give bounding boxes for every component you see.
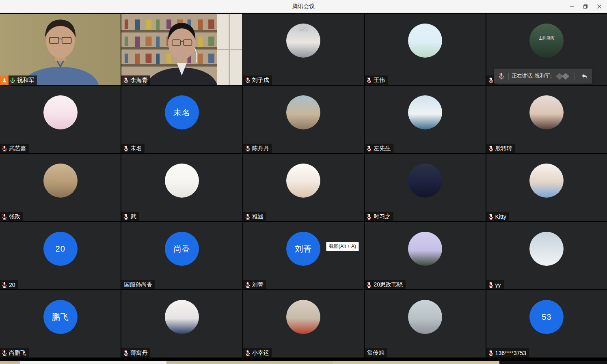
participant-name-tag: 殷转转: [486, 144, 515, 153]
participant-tile[interactable]: 20思政韦晓: [365, 222, 485, 289]
participant-tile[interactable]: 殷转转: [486, 86, 607, 153]
participant-avatar: 尚香: [165, 232, 199, 266]
avatar-initials: 20: [56, 244, 65, 254]
participant-name: 陈丹丹: [252, 145, 269, 152]
close-icon: [597, 4, 602, 9]
participant-tile[interactable]: Kitty: [486, 154, 607, 221]
mic-muted-icon: [1, 145, 8, 152]
participant-name-tag: 王伟: [365, 75, 388, 85]
participant-avatar: 鹏飞: [43, 300, 78, 334]
participant-avatar: 山川湖海: [529, 24, 564, 58]
participant-name: 武: [130, 213, 136, 220]
participant-avatar: [286, 95, 320, 129]
participant-avatar: 刘菁: [286, 232, 320, 266]
participant-avatar: [408, 24, 442, 58]
mic-muted-icon: [498, 72, 505, 80]
participant-tile[interactable]: 刘菁刘菁: [243, 222, 364, 289]
mic-muted-icon: [244, 77, 251, 84]
participant-avatar: [529, 232, 564, 266]
participant-tile[interactable]: 左先生: [365, 86, 485, 153]
mic-muted-icon: [123, 145, 129, 152]
mic-muted-icon: [488, 282, 494, 288]
participant-tile[interactable]: 薄寓丹: [121, 290, 242, 358]
participant-name-tag: yy: [486, 280, 504, 289]
screenshot-tooltip: 截图(Alt + A): [326, 242, 359, 251]
participant-name-tag: 国服孙尚香: [121, 280, 155, 289]
background-window-sliver: [0, 361, 607, 364]
participant-tile[interactable]: 时习之: [365, 154, 485, 221]
participant-name-tag: 祝和军: [0, 75, 37, 85]
participant-avatar: [408, 164, 442, 198]
close-button[interactable]: [592, 0, 606, 13]
window-title: 腾讯会议: [0, 3, 607, 10]
participant-name: Kitty: [495, 213, 506, 220]
participant-tile[interactable]: 武: [121, 154, 242, 221]
participant-name: 20: [9, 282, 15, 288]
participant-avatar: 53: [529, 300, 564, 334]
participant-avatar: [286, 300, 320, 334]
participant-avatar: [408, 232, 442, 266]
participant-name: 未名: [130, 145, 142, 152]
participant-tile[interactable]: 雅涵: [243, 154, 364, 221]
divider: [575, 73, 575, 80]
avatar-initials: 53: [542, 312, 551, 322]
mic-muted-icon: [123, 213, 129, 220]
participant-name: 薄寓丹: [130, 349, 147, 357]
participant-grid: 祝和军李海青冲鸭刘子戌王伟山川湖海武艺嘉未名未名陈丹丹左先生殷转转张政武雅涵时习…: [0, 14, 607, 358]
mic-muted-icon: [488, 350, 494, 356]
participant-tile[interactable]: 冲鸭刘子戌: [243, 14, 364, 85]
speaking-notification-bar: 正在讲话: 祝和军;: [494, 69, 592, 84]
participant-name: 国服孙尚香: [124, 281, 152, 289]
participant-tile[interactable]: 祝和军: [0, 14, 121, 85]
participant-tile[interactable]: 小幸运: [243, 290, 364, 358]
participant-tile[interactable]: 常传旭: [365, 290, 485, 358]
minimize-button[interactable]: [565, 0, 579, 13]
mic-muted-icon: [244, 350, 251, 356]
avatar-initials: 鹏飞: [52, 312, 69, 323]
participant-name-tag: 薄寓丹: [121, 348, 150, 358]
participant-name: 祝和军: [17, 77, 34, 84]
tencent-meeting-logo: [555, 72, 572, 81]
participant-avatar: 冲鸭: [286, 24, 320, 58]
participant-avatar: [43, 164, 78, 198]
mic-muted-icon: [488, 145, 494, 152]
participant-tile[interactable]: 陈丹丹: [243, 86, 364, 153]
participant-avatar: [529, 164, 564, 198]
mic-muted-icon: [1, 213, 8, 220]
mic-muted-icon: [123, 350, 129, 356]
mic-muted-icon: [244, 282, 251, 288]
participant-name: 张政: [9, 213, 20, 220]
participant-avatar: 未名: [165, 95, 199, 129]
participant-name-tag: 时习之: [365, 212, 393, 221]
mic-muted-icon: [366, 282, 372, 288]
participant-avatar: [529, 95, 564, 129]
avatar-caption: 冲鸭: [286, 27, 320, 32]
participant-name: 左先生: [374, 145, 391, 152]
host-person-icon: [2, 78, 7, 83]
participant-tile[interactable]: yy: [486, 222, 607, 289]
participant-avatar: [165, 300, 199, 334]
participant-tile[interactable]: 鹏飞尚鹏飞: [0, 290, 121, 358]
participant-tile[interactable]: 53136****3753: [486, 290, 607, 358]
participant-tile[interactable]: 2020: [0, 222, 121, 289]
participant-tile[interactable]: 未名未名: [121, 86, 242, 153]
participant-name-tag: 陈丹丹: [243, 144, 272, 153]
restore-icon: [583, 4, 588, 9]
participant-name: 136****3753: [495, 350, 526, 356]
participant-name-tag: 左先生: [365, 144, 393, 153]
participant-name: 武艺嘉: [9, 145, 26, 152]
participant-tile[interactable]: 李海青: [121, 14, 242, 85]
participant-tile[interactable]: 武艺嘉: [0, 86, 121, 153]
participant-avatar: [43, 95, 78, 129]
host-badge: [0, 75, 9, 85]
restore-button[interactable]: [579, 0, 592, 13]
reply-arrow-icon[interactable]: [581, 73, 588, 80]
participant-name-tag: 张政: [0, 212, 23, 221]
avatar-initials: 未名: [173, 107, 190, 118]
participant-avatar: [408, 95, 442, 129]
participant-tile[interactable]: 张政: [0, 154, 121, 221]
participant-tile[interactable]: 王伟: [365, 14, 485, 85]
participant-name-tag: 常传旭: [365, 348, 387, 358]
participant-name-tag: 武: [121, 212, 139, 221]
participant-tile[interactable]: 尚香国服孙尚香: [121, 222, 242, 289]
